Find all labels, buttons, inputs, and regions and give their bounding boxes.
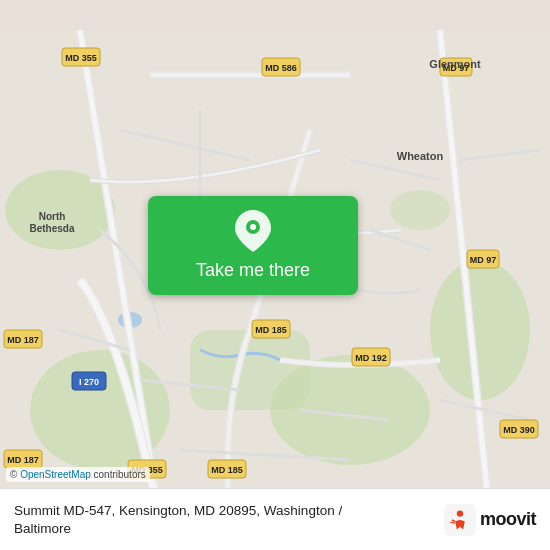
svg-text:Wheaton: Wheaton [397, 150, 444, 162]
map-container: MD 355 MD 586 MD 97 MD 187 I 270 MD 355 … [0, 0, 550, 550]
svg-point-4 [430, 260, 530, 400]
address-text: Summit MD-547, Kensington, MD 20895, Was… [14, 502, 394, 537]
attribution-suffix: contributors [91, 469, 146, 480]
svg-text:MD 185: MD 185 [211, 465, 243, 475]
take-me-there-label: Take me there [196, 260, 310, 281]
bottom-bar: Summit MD-547, Kensington, MD 20895, Was… [0, 488, 550, 550]
svg-text:Bethesda: Bethesda [29, 223, 74, 234]
svg-text:MD 187: MD 187 [7, 455, 39, 465]
svg-text:MD 185: MD 185 [255, 325, 287, 335]
svg-rect-5 [190, 330, 310, 410]
attribution-prefix: © [10, 469, 20, 480]
svg-text:MD 586: MD 586 [265, 63, 297, 73]
moovit-icon [444, 504, 476, 536]
osm-attribution: © OpenStreetMap contributors [6, 467, 150, 482]
svg-text:North: North [39, 211, 66, 222]
osm-link[interactable]: OpenStreetMap [20, 469, 91, 480]
moovit-logo: moovit [444, 504, 536, 536]
location-pin-icon [235, 210, 271, 252]
svg-line-57 [450, 522, 455, 523]
svg-text:MD 390: MD 390 [503, 425, 535, 435]
address-label: Summit MD-547, Kensington, MD 20895, Was… [14, 503, 342, 536]
svg-point-6 [390, 190, 450, 230]
svg-point-55 [457, 510, 463, 516]
svg-text:MD 192: MD 192 [355, 353, 387, 363]
svg-point-53 [250, 224, 256, 230]
svg-text:MD 355: MD 355 [65, 53, 97, 63]
svg-text:MD 97: MD 97 [470, 255, 497, 265]
svg-text:I 270: I 270 [79, 377, 99, 387]
moovit-brand-text: moovit [480, 509, 536, 530]
take-me-there-button[interactable]: Take me there [148, 196, 358, 295]
svg-text:Glenmont: Glenmont [429, 58, 481, 70]
svg-text:MD 187: MD 187 [7, 335, 39, 345]
